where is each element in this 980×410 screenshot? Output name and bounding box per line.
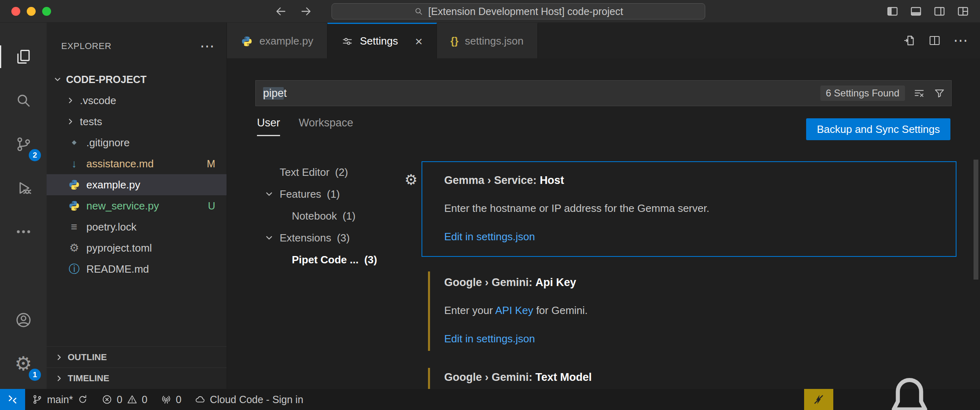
toc-features[interactable]: Features(1) (255, 183, 422, 205)
tree-item-example-py[interactable]: example.py (47, 174, 227, 195)
activitybar-search[interactable] (0, 79, 47, 122)
tab-settings[interactable]: Settings × (327, 23, 437, 58)
warning-icon (126, 394, 138, 405)
tree-item-new-service-py[interactable]: new_service.py U (47, 195, 227, 216)
files-icon (15, 48, 32, 66)
search-text: t (284, 87, 287, 100)
gear-icon: ⚙ (68, 241, 81, 254)
setting-row-gear-icon[interactable]: ⚙ (404, 173, 417, 187)
tree-root-code-project[interactable]: CODE-PROJECT (47, 69, 227, 90)
tree-item-gitignore[interactable]: .gitignore (47, 132, 227, 153)
problems-status[interactable]: 0 0 (95, 389, 154, 410)
setting-description: Enter the hostname or IP address for the… (444, 201, 944, 216)
tab-settings-json[interactable]: {} settings.json (437, 23, 538, 58)
setting-google-gemini-api-key[interactable]: Google › Gemini: Api Key Enter your API … (422, 269, 956, 353)
toggle-primary-sidebar-button[interactable] (886, 5, 899, 18)
ports-count: 0 (176, 394, 182, 406)
settings-sliders-icon (341, 35, 353, 47)
toc-text-editor[interactable]: Text Editor(2) (255, 161, 422, 183)
python-icon (68, 199, 81, 212)
settings-toc: Text Editor(2) Features(1) Notebook(1) E… (255, 161, 422, 271)
notifications-bell[interactable] (839, 389, 980, 410)
toggle-panel-button[interactable] (909, 5, 922, 18)
file-label: .vscode (80, 94, 116, 107)
chevron-right-icon (66, 96, 75, 105)
git-untracked-badge: U (208, 200, 215, 212)
info-icon: ⓘ (68, 263, 81, 275)
titlebar: [Extension Development Host] code-projec… (0, 0, 980, 23)
toc-pipet-code[interactable]: Pipet Code ...(3) (255, 249, 422, 271)
maximize-window-button[interactable] (42, 7, 51, 16)
timeline-section-header[interactable]: TIMELINE (47, 367, 227, 389)
radio-tower-icon (160, 394, 172, 405)
toc-notebook[interactable]: Notebook(1) (255, 205, 422, 227)
tree-item-tests[interactable]: tests (47, 111, 227, 132)
tree-item-pyproject-toml[interactable]: ⚙ pyproject.toml (47, 237, 227, 258)
json-icon: {} (451, 35, 458, 47)
explorer-more-actions-button[interactable]: ⋯ (200, 39, 214, 53)
edit-in-settings-json-link[interactable]: Edit in settings.json (444, 231, 535, 243)
split-editor-button[interactable] (928, 34, 941, 47)
activity-bar: 2 ⚙ 1 (0, 23, 47, 389)
file-label: poetry.lock (86, 221, 137, 233)
setting-title: Gemma › Service: Host (444, 173, 944, 188)
cloud-code-signin[interactable]: Cloud Code - Sign in (188, 389, 310, 410)
tree-item-vscode[interactable]: .vscode (47, 90, 227, 111)
activitybar-settings[interactable]: ⚙ 1 (0, 342, 47, 386)
scope-tab-workspace[interactable]: Workspace (299, 117, 353, 136)
settings-search-input[interactable]: pipet 6 Settings Found (255, 80, 952, 106)
scope-tab-user[interactable]: User (257, 117, 280, 136)
back-button[interactable] (274, 4, 288, 18)
sidebar-right-icon (933, 5, 946, 18)
open-changes-button[interactable] (903, 34, 916, 47)
outline-section-header[interactable]: OUTLINE (47, 346, 227, 367)
ports-status[interactable]: 0 (154, 389, 188, 410)
extension-host-status[interactable] (804, 389, 833, 410)
git-modified-badge: M (207, 158, 215, 170)
source-control-badge: 2 (29, 149, 41, 161)
command-center[interactable]: [Extension Development Host] code-projec… (332, 3, 705, 19)
tree-item-readme-md[interactable]: ⓘ README.md (47, 258, 227, 280)
activitybar-explorer[interactable] (0, 35, 47, 79)
tab-example-py[interactable]: example.py (227, 23, 327, 58)
lock-file-icon: ≡ (68, 220, 81, 233)
activitybar-accounts[interactable] (0, 298, 47, 342)
forward-button[interactable] (299, 4, 313, 18)
python-icon (241, 35, 253, 47)
api-key-link[interactable]: API Key (495, 304, 533, 316)
chevron-down-icon (53, 75, 62, 84)
activitybar-source-control[interactable]: 2 (0, 122, 47, 166)
git-branch-status[interactable]: main* (25, 389, 95, 410)
minimize-window-button[interactable] (27, 7, 36, 16)
cloud-code-label: Cloud Code - Sign in (210, 394, 304, 406)
toggle-secondary-sidebar-button[interactable] (933, 5, 946, 18)
activitybar-more[interactable] (0, 210, 47, 254)
customize-layout-button[interactable] (956, 5, 969, 18)
settings-found-count: 6 Settings Found (820, 85, 905, 101)
chevron-right-icon (66, 117, 75, 126)
search-icon (15, 92, 32, 109)
close-window-button[interactable] (11, 7, 20, 16)
backup-sync-settings-button[interactable]: Backup and Sync Settings (806, 118, 950, 140)
window-title: [Extension Development Host] code-projec… (428, 6, 623, 17)
file-label: tests (80, 115, 102, 128)
remote-indicator[interactable] (0, 389, 25, 410)
filter-settings-button[interactable] (933, 87, 946, 99)
panel-bottom-icon (909, 5, 922, 18)
settings-scrollbar[interactable] (974, 160, 978, 280)
branch-icon (32, 394, 43, 405)
setting-gemma-service-host[interactable]: Gemma › Service: Host Enter the hostname… (422, 161, 956, 257)
edit-in-settings-json-link[interactable]: Edit in settings.json (444, 333, 535, 345)
close-tab-button[interactable]: × (415, 35, 423, 48)
section-label: OUTLINE (68, 352, 107, 363)
modified-setting-indicator (428, 271, 430, 351)
tree-item-assistance-md[interactable]: ↓ assistance.md M (47, 153, 227, 174)
sidebar-left-icon (886, 5, 899, 18)
tree-item-poetry-lock[interactable]: ≡ poetry.lock (47, 216, 227, 237)
run-debug-icon (15, 179, 32, 197)
activitybar-run-debug[interactable] (0, 166, 47, 210)
bell-icon (849, 369, 970, 410)
clear-settings-search-button[interactable] (913, 87, 925, 99)
editor-more-actions-button[interactable]: ⋯ (953, 33, 968, 48)
toc-extensions[interactable]: Extensions(3) (255, 227, 422, 249)
